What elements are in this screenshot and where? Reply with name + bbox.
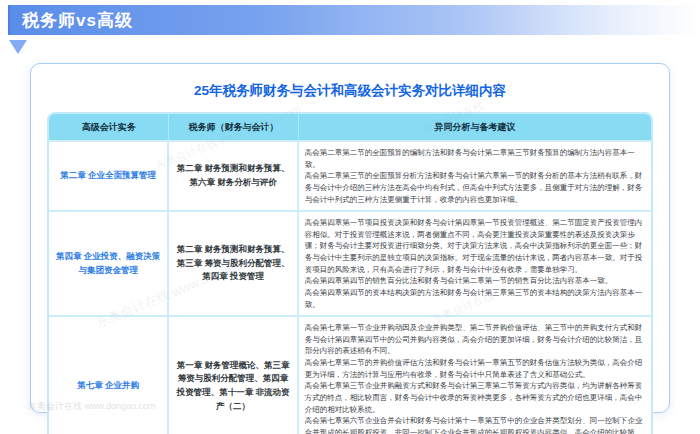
analysis-cell: 高会第七章第一节企业并购动因及企业并购类型、第二节并购价值评估、第三节中的并购支… — [299, 315, 651, 434]
page-banner: 税务师vs高级 — [8, 5, 700, 35]
header-analysis-advice: 异同分析与备考建议 — [299, 114, 651, 140]
card-title: 25年税务师财务与会计和高级会计实务对比详细内容 — [47, 82, 653, 100]
table-row: 第四章 企业投资、融资决策与集团资金管理 第二章 财务预测和财务预算、第三章 筹… — [49, 210, 651, 315]
advanced-chapter-cell: 第七章 企业并购 — [49, 315, 169, 434]
advanced-chapter-cell: 第四章 企业投资、融资决策与集团资金管理 — [49, 210, 169, 315]
triangle-down-icon — [9, 40, 27, 54]
header-tax-advisor: 税务师（财务与会计） — [169, 114, 298, 140]
advanced-chapter-cell: 第二章 企业全面预算管理 — [49, 140, 169, 210]
table-row: 第七章 企业并购 第一章 财务管理概论、第三章 筹资与股利分配管理、第四章 投资… — [49, 315, 651, 434]
tax-chapter-cell: 第二章 财务预测和财务预算、第六章 财务分析与评价 — [169, 140, 298, 210]
table-header-row: 高级会计实务 税务师（财务与会计） 异同分析与备考建议 — [49, 114, 651, 140]
tax-chapter-cell: 第一章 财务管理概论、第三章 筹资与股利分配管理、第四章 投资管理、第十一章 非… — [169, 315, 298, 434]
comparison-table: 高级会计实务 税务师（财务与会计） 异同分析与备考建议 第二章 企业全面预算管理… — [47, 112, 653, 434]
comparison-card: 25年税务师财务与会计和高级会计实务对比详细内容 高级会计实务 税务师（财务与会… — [30, 63, 670, 413]
banner-title: 税务师vs高级 — [10, 9, 133, 32]
analysis-cell: 高会第四章第一节项目投资决策和财务与会计第四章第一节投资管理概述、第二节固定资产… — [299, 210, 651, 315]
analysis-cell: 高会第二章第二节的全面预算的编制方法和财务与会计第二章第三节财务预算的编制方法内… — [299, 140, 651, 210]
tax-chapter-cell: 第二章 财务预测和财务预算、第三章 筹资与股利分配管理、第四章 投资管理 — [169, 210, 298, 315]
header-advanced-accounting: 高级会计实务 — [49, 114, 169, 140]
table-row: 第二章 企业全面预算管理 第二章 财务预测和财务预算、第六章 财务分析与评价 高… — [49, 140, 651, 210]
